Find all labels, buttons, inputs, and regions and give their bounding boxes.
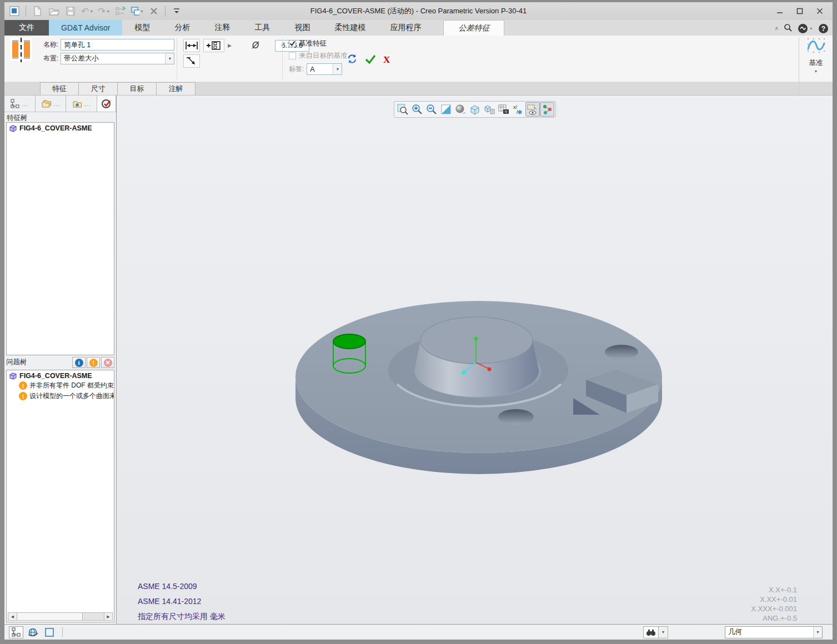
error-filter-button[interactable]: ✕ [101,357,114,368]
subtab-target[interactable]: 目标 [118,82,157,95]
pattern-button[interactable] [203,39,224,52]
tab-flexible-modeling[interactable]: 柔性建模 [322,20,378,36]
check-icon [365,54,376,64]
problem-item[interactable]: ! 设计模型的一个或多个曲面未 [7,391,114,401]
redo-dropdown[interactable]: ▼ [106,9,110,13]
placement-select[interactable]: 带公差大小 ▼ [61,53,174,64]
help-button[interactable]: ? [819,24,828,33]
chevron-down-icon: ▼ [333,64,342,74]
title-bar: ↶▼ ↷▼ ▼ FIG4-6_COVER-ASME (活动的) - Creo P… [4,2,833,20]
datum-group-button[interactable]: 基准 ▼ [801,37,830,73]
leader-button[interactable] [183,54,200,68]
datum-group-label: 基准 [801,58,830,68]
graphics-area[interactable]: x// [117,95,833,624]
horizontal-scrollbar[interactable]: ◀ ▶ [8,612,113,621]
leader-icon [186,56,198,67]
open-file-button[interactable] [47,4,61,18]
datum-feature-checkbox[interactable] [289,40,296,47]
scroll-right-button[interactable]: ▶ [104,613,112,620]
subtab-feature[interactable]: 特征 [40,82,79,95]
favorites-button[interactable]: ... [66,95,97,112]
tag-select[interactable]: A ▼ [307,63,342,75]
tag-label: 标签: [289,64,304,74]
bolt-hole[interactable] [605,345,638,359]
tab-applications[interactable]: 应用程序 [378,20,433,36]
tab-annotate[interactable]: 注释 [202,20,242,36]
undo-dropdown[interactable]: ▼ [89,9,93,13]
dimension-width-button[interactable] [183,39,200,52]
tab-model[interactable]: 模型 [122,20,162,36]
selection-filter-select[interactable]: 几何 ▼ [725,626,823,638]
navigator-toolbar: ... ... ... [4,95,116,112]
gdt-advisor-panel-button[interactable] [97,95,116,112]
ribbon: 名称: 简单孔 1 布置: 带公差大小 ▼ ▶ Ø 6.7/6.6 [4,36,833,82]
screen-icon [44,627,54,637]
datum-feature-checkbox-row[interactable]: 基准特征 [289,39,348,48]
minimize-ribbon-button[interactable]: ˄ [775,26,778,32]
windows-icon [131,6,139,16]
chevron-down-icon: ▼ [813,627,822,638]
warning-icon: ! [19,381,27,390]
tab-file[interactable]: 文件 [4,20,49,36]
problem-tree-header: 问题树 i ! ✕ [4,355,116,370]
bolt-hole[interactable] [498,409,534,425]
tab-gdt-advisor[interactable]: GD&T Advisor [49,20,122,36]
maximize-button[interactable] [794,6,806,16]
feature-tree-root[interactable]: FIG4-6_COVER-ASME [7,123,114,133]
tree-icon [12,627,21,637]
scrollbar-thumb[interactable] [17,613,83,620]
regenerate-feature-button[interactable] [347,53,358,66]
datum-wave-icon [806,37,826,56]
toggle-browser-button[interactable] [26,626,40,638]
app-menu-button[interactable] [8,4,21,18]
accept-button[interactable] [365,54,376,66]
find-dropdown[interactable]: ▼ [659,626,668,638]
close-button[interactable] [814,6,826,16]
connect-button[interactable]: ▼ [798,24,813,33]
tab-tolerance-feature[interactable]: 公差特征 [443,20,504,36]
tab-analysis[interactable]: 分析 [162,20,202,36]
toggle-navigator-button[interactable] [9,626,23,638]
qat-overflow-button[interactable] [170,4,183,18]
warning-icon: ! [19,392,27,400]
subtab-dimension[interactable]: 尺寸 [79,82,118,95]
part-body[interactable] [295,301,662,474]
problem-item[interactable]: ! 并非所有零件 DOF 都受约束 [7,380,114,391]
close-window-button[interactable] [147,4,161,18]
tab-view[interactable]: 视图 [282,20,322,36]
regenerate-icon [115,6,126,16]
windows-dropdown[interactable]: ▼ [140,9,144,13]
info-filter-button[interactable]: i [72,357,86,368]
model-tree-menu-button[interactable]: ... [4,95,36,112]
folder-browser-button[interactable]: ... [36,95,67,112]
problem-tree: FIG4-6_COVER-ASME ! 并非所有零件 DOF 都受约束 ! 设计… [6,370,114,622]
chevron-down-icon[interactable]: ▼ [801,69,830,73]
windows-button[interactable]: ▼ [131,4,144,18]
binoculars-icon [646,628,656,636]
tab-tools[interactable]: 工具 [242,20,282,36]
save-button[interactable] [64,4,77,18]
toggle-fullscreen-button[interactable] [42,626,57,638]
scroll-left-button[interactable]: ◀ [8,613,17,620]
pattern-flyout[interactable]: ▶ [228,43,232,48]
new-file-icon [32,6,42,16]
info-icon: i [75,359,83,367]
redo-button[interactable]: ↷▼ [97,4,111,18]
regenerate-button[interactable] [114,4,127,18]
minimize-button[interactable] [774,6,786,16]
new-file-button[interactable] [31,4,44,18]
chevron-down-icon: ▼ [165,53,174,64]
name-input[interactable]: 简单孔 1 [61,39,174,51]
problem-tree-root[interactable]: FIG4-6_COVER-ASME [7,370,114,380]
command-search-button[interactable] [784,23,793,34]
undo-button[interactable]: ↶▼ [81,4,94,18]
tree-icon [11,99,20,108]
cancel-button[interactable]: X [383,54,390,66]
warning-filter-button[interactable]: ! [87,357,100,368]
name-label: 名称: [43,40,58,49]
part-icon [9,124,17,132]
find-button[interactable] [643,626,659,638]
subtab-annotation[interactable]: 注解 [157,82,196,95]
model-canvas[interactable] [117,95,830,624]
from-target-label: 来自目标的基准 [299,51,348,61]
